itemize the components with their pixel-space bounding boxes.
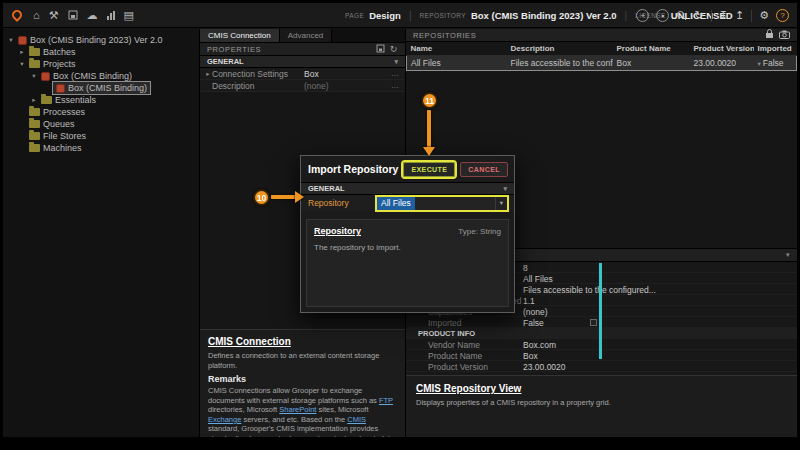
- property-row-connection-settings[interactable]: ▸ Connection Settings Box …: [200, 68, 405, 80]
- chevron-down-icon[interactable]: ▾: [786, 251, 790, 259]
- repository-view-doc: CMIS Repository View Displays properties…: [406, 375, 797, 437]
- expander-icon[interactable]: ▸: [18, 48, 26, 56]
- record-circle-icon[interactable]: •: [656, 9, 669, 22]
- cell-product-version: 23.00.0020: [690, 56, 754, 71]
- dialog-general-header: GENERAL: [308, 184, 345, 193]
- selected-tree-item[interactable]: Box (CMIS Binding): [53, 82, 150, 94]
- tab-advanced[interactable]: Advanced: [280, 29, 333, 42]
- properties-header: PROPERTIES: [207, 45, 261, 54]
- save-icon[interactable]: [376, 44, 385, 55]
- divider: [751, 10, 752, 22]
- upload-icon[interactable]: ↥: [735, 10, 744, 21]
- page-value: Design: [369, 10, 401, 21]
- column-header-name[interactable]: Name: [407, 42, 507, 56]
- tree-item-label: Projects: [43, 59, 76, 69]
- tree-item-box-project[interactable]: ▾ Box (CMIS Binding): [3, 70, 199, 82]
- search-icon[interactable]: [676, 7, 687, 25]
- cloud-icon[interactable]: ☁: [87, 10, 98, 21]
- callout-11-arrow-line: [427, 110, 431, 148]
- help-text: The repository to import.: [314, 243, 501, 252]
- tree-item-box-connection-selected[interactable]: Box (CMIS Binding): [3, 82, 199, 94]
- callout-11-arrowhead: [423, 147, 435, 156]
- ellipsis-button[interactable]: …: [389, 69, 401, 78]
- download-icon[interactable]: ↧: [719, 10, 728, 21]
- tree-item-label: Box (CMIS Binding): [68, 83, 147, 93]
- documentation-panel: CMIS Connection Defines a connection to …: [200, 329, 405, 437]
- refresh-icon[interactable]: ↻: [694, 10, 703, 21]
- tree-item-label: Machines: [43, 143, 82, 153]
- cell-imported: ▾False: [754, 56, 797, 71]
- tree-item-essentials[interactable]: ▸ Essentials: [3, 94, 199, 106]
- column-header-imported[interactable]: Imported: [754, 42, 797, 56]
- grooper-logo[interactable]: [9, 7, 25, 23]
- folder-icon: [29, 144, 40, 152]
- cancel-button[interactable]: CANCEL: [460, 162, 508, 177]
- property-value[interactable]: Box: [304, 69, 389, 79]
- save-icon[interactable]: [68, 10, 78, 22]
- expander-icon[interactable]: ▾: [7, 36, 15, 44]
- tree-item-label: Queues: [43, 119, 75, 129]
- stats-icon[interactable]: [107, 11, 115, 20]
- box-icon: [18, 36, 27, 45]
- detail-value: False: [523, 318, 544, 328]
- tree-item-machines[interactable]: Machines: [3, 142, 199, 154]
- separator: |: [625, 10, 628, 21]
- scrollbar[interactable]: [599, 263, 602, 359]
- expander-icon[interactable]: ▾: [30, 72, 38, 80]
- tools-icon[interactable]: ⚒: [49, 10, 59, 21]
- detail-value: All Files: [523, 274, 553, 284]
- expander-icon[interactable]: ▸: [30, 96, 38, 104]
- tree-item-root[interactable]: ▾ Box (CMIS Binding 2023) Ver 2.0: [3, 34, 199, 46]
- tree-item-batches[interactable]: ▸ Batches: [3, 46, 199, 58]
- tree-item-projects[interactable]: ▾ Projects: [3, 58, 199, 70]
- folder-icon: [29, 120, 40, 128]
- repository-field-value[interactable]: All Files: [377, 197, 415, 210]
- folder-icon: [29, 60, 40, 68]
- callout-10-arrowhead: [295, 191, 304, 203]
- property-value[interactable]: (none): [304, 81, 389, 91]
- tree-item-label: Processes: [43, 107, 85, 117]
- list-icon[interactable]: ▤: [124, 10, 134, 21]
- table-header-row: Name Description Product Name Product Ve…: [407, 42, 797, 56]
- repository-value: Box (CMIS Binding 2023) Ver 2.0: [471, 10, 617, 21]
- execute-button[interactable]: EXECUTE: [403, 162, 455, 177]
- dialog-repository-row[interactable]: Repository All Files ▾: [301, 195, 514, 211]
- help-icon[interactable]: ?: [776, 9, 789, 22]
- box-icon: [56, 84, 65, 93]
- repositories-table: Name Description Product Name Product Ve…: [406, 42, 797, 71]
- tree-item-label: Essentials: [55, 95, 96, 105]
- tree-item-queues[interactable]: Queues: [3, 118, 199, 130]
- expander-icon[interactable]: ▸: [204, 70, 212, 78]
- ellipsis-button[interactable]: …: [389, 81, 401, 90]
- chevron-down-icon[interactable]: ▾: [503, 185, 507, 193]
- repository-field-label: Repository: [308, 198, 372, 208]
- home-icon[interactable]: ⌂: [33, 10, 40, 21]
- flame-icon: [10, 8, 24, 22]
- tab-cmis-connection[interactable]: CMIS Connection: [200, 29, 280, 42]
- dialog-title: Import Repository: [308, 163, 398, 175]
- expander-icon[interactable]: ▾: [18, 60, 26, 68]
- chevron-down-icon[interactable]: ▾: [394, 58, 398, 66]
- general-section-header: GENERAL: [207, 57, 244, 66]
- page-label: PAGE: [345, 12, 364, 19]
- checkbox-icon[interactable]: [590, 319, 597, 326]
- detail-row-product-version[interactable]: Product Version 23.00.0020: [406, 361, 797, 372]
- column-header-description[interactable]: Description: [507, 42, 613, 56]
- tree-item-file-stores[interactable]: File Stores: [3, 130, 199, 142]
- node-tree-panel: ▾ Box (CMIS Binding 2023) Ver 2.0 ▸ Batc…: [3, 29, 200, 437]
- repository-row-all-files[interactable]: All Files Files accessible to the config…: [407, 56, 797, 71]
- tree-item-processes[interactable]: Processes: [3, 106, 199, 118]
- repositories-header: REPOSITORIES: [413, 31, 476, 40]
- add-circle-icon[interactable]: +: [636, 9, 649, 22]
- callout-10-arrow-line: [271, 195, 296, 199]
- repository-field[interactable]: All Files ▾: [377, 197, 507, 210]
- column-header-product-name[interactable]: Product Name: [613, 42, 690, 56]
- refresh-icon[interactable]: ↻: [390, 44, 398, 54]
- column-header-product-version[interactable]: Product Version: [690, 42, 754, 56]
- property-row-description[interactable]: Description (none) …: [200, 80, 405, 92]
- camera-icon[interactable]: [779, 30, 790, 41]
- dropdown-icon[interactable]: ▾: [495, 197, 507, 210]
- separator: |: [409, 10, 412, 21]
- settings-gear-icon[interactable]: ⚙: [759, 10, 769, 21]
- lock-icon[interactable]: [765, 29, 774, 41]
